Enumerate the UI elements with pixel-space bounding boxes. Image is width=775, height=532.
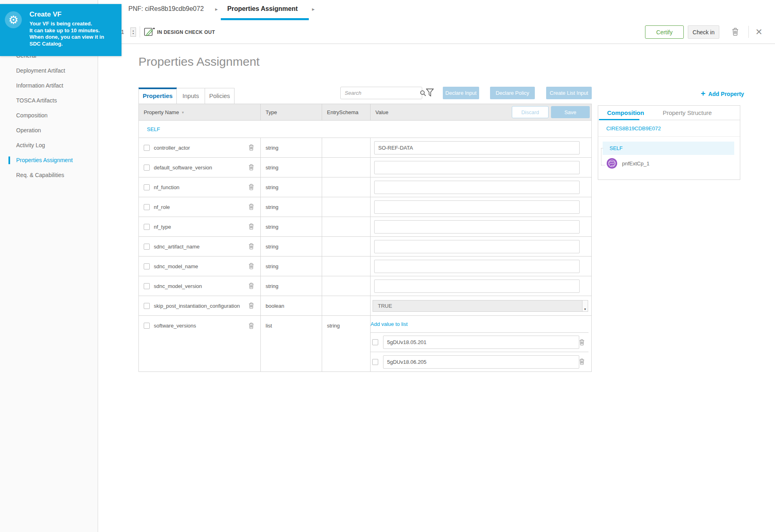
close-icon[interactable]: × — [756, 24, 762, 40]
group-row-self[interactable]: SELF — [138, 121, 592, 138]
sidebar-item-operation[interactable]: Operation — [0, 123, 98, 138]
table-row: skip_post_instantiation_configuration bo… — [138, 296, 592, 316]
property-type: string — [266, 145, 279, 151]
breadcrumb-current-tab[interactable]: Properties Assignment — [227, 5, 298, 13]
discard-button[interactable]: Discard — [512, 106, 549, 118]
stepper-up-icon[interactable]: ▴ — [132, 29, 134, 32]
declare-policy-button[interactable]: Declare Policy — [490, 87, 535, 99]
property-value-input[interactable] — [374, 200, 580, 214]
delete-property-icon[interactable] — [249, 263, 254, 269]
property-value-input[interactable] — [374, 240, 580, 253]
property-name: nf_type — [154, 224, 171, 230]
property-value-input[interactable] — [374, 280, 580, 293]
delete-icon[interactable] — [732, 28, 739, 38]
property-value-input[interactable] — [374, 141, 580, 154]
property-type: string — [266, 224, 279, 230]
list-value-checkbox[interactable] — [372, 359, 378, 365]
tree-connector-line — [601, 148, 601, 165]
row-checkbox[interactable] — [144, 303, 150, 309]
delete-property-icon[interactable] — [249, 323, 254, 329]
table-row: nf_type string — [138, 217, 592, 237]
delete-property-icon[interactable] — [249, 164, 254, 171]
tab-property-structure[interactable]: Property Structure — [663, 109, 712, 116]
add-value-to-list-link[interactable]: Add value to list — [371, 321, 408, 327]
delete-list-value-icon[interactable] — [579, 359, 584, 365]
header-label: EntrySchema — [327, 109, 358, 115]
tree-node-self[interactable]: SELF — [603, 142, 734, 155]
sidebar-item-label: Deployment Artifact — [16, 67, 65, 74]
stepper-down-icon[interactable]: ▾ — [132, 32, 134, 35]
save-button[interactable]: Save — [551, 106, 590, 118]
sidebar-item-activity-log[interactable]: Activity Log — [0, 138, 98, 153]
certify-button[interactable]: Certify — [645, 25, 684, 39]
property-value-input[interactable] — [374, 181, 580, 194]
list-value-checkbox[interactable] — [372, 339, 378, 345]
version-stepper[interactable]: ▴ ▾ — [130, 27, 136, 37]
sidebar-item-req-capabilities[interactable]: Req. & Capabilities — [0, 168, 98, 183]
delete-property-icon[interactable] — [249, 283, 254, 289]
row-checkbox[interactable] — [144, 204, 150, 210]
delete-property-icon[interactable] — [249, 184, 254, 190]
property-name: default_software_version — [154, 165, 212, 171]
boolean-value-select[interactable]: TRUE ▼ — [373, 300, 588, 312]
property-value-input[interactable] — [374, 220, 580, 234]
search-input[interactable] — [341, 90, 420, 96]
row-checkbox[interactable] — [144, 145, 150, 151]
sidebar-nav: General Deployment Artifact Information … — [0, 48, 98, 183]
create-vf-toast[interactable]: ⚙ Create VF Your VF is being created. It… — [0, 4, 121, 56]
property-name: sdnc_model_version — [154, 283, 202, 289]
table-row: sdnc_model_version string — [138, 276, 592, 296]
delete-property-icon[interactable] — [249, 243, 254, 250]
toast-line: Your VF is being created. — [29, 21, 104, 27]
tab-inputs[interactable]: Inputs — [177, 88, 205, 104]
sidebar-item-composition[interactable]: Composition — [0, 108, 98, 123]
breadcrumb-parent-tab[interactable]: PNF: ciRes8b19cdb9e072 — [128, 5, 204, 13]
select-arrow-icon[interactable]: ▼ — [582, 300, 588, 311]
sidebar-item-tosca-artifacts[interactable]: TOSCA Artifacts — [0, 93, 98, 108]
row-checkbox[interactable] — [144, 244, 150, 250]
delete-list-value-icon[interactable] — [579, 339, 584, 346]
delete-property-icon[interactable] — [249, 204, 254, 210]
tree-node-pnfextcp[interactable]: pnfExtCp_1 — [598, 155, 740, 172]
list-value-input[interactable] — [383, 355, 579, 369]
sidebar-item-label: Properties Assignment — [16, 157, 73, 163]
tab-composition[interactable]: Composition — [607, 109, 644, 116]
sidebar-item-deployment-artifact[interactable]: Deployment Artifact — [0, 63, 98, 78]
row-checkbox[interactable] — [144, 224, 150, 230]
plus-icon: + — [701, 89, 706, 98]
sidebar-item-label: TOSCA Artifacts — [16, 97, 57, 104]
delete-property-icon[interactable] — [249, 303, 254, 309]
filter-icon[interactable] — [426, 88, 434, 98]
sidebar-item-information-artifact[interactable]: Information Artifact — [0, 78, 98, 93]
property-value-input[interactable] — [374, 260, 580, 273]
property-type: string — [266, 244, 279, 250]
check-in-button[interactable]: Check in — [688, 25, 719, 39]
delete-property-icon[interactable] — [249, 223, 254, 230]
sort-caret-icon[interactable]: ▾ — [182, 110, 184, 115]
search-icon[interactable] — [420, 90, 426, 96]
row-checkbox[interactable] — [144, 323, 150, 329]
declare-input-button[interactable]: Declare Input — [443, 87, 479, 99]
selected-value: TRUE — [373, 303, 392, 309]
tab-properties[interactable]: Properties — [138, 88, 177, 104]
toast-line: It can take up to 10 minutes. — [29, 27, 104, 34]
column-header-property-name[interactable]: Property Name ▾ — [139, 104, 261, 120]
tab-policies[interactable]: Policies — [205, 88, 235, 104]
search-box — [340, 87, 422, 99]
properties-tabs: Properties Inputs Policies — [138, 88, 235, 104]
add-property-button[interactable]: + Add Property — [701, 89, 744, 98]
column-header-type: Type — [261, 104, 322, 120]
create-list-input-button[interactable]: Create List Input — [546, 87, 592, 99]
row-checkbox[interactable] — [144, 283, 150, 289]
table-row: default_software_version string — [138, 158, 592, 177]
row-checkbox[interactable] — [144, 184, 150, 190]
delete-property-icon[interactable] — [249, 144, 254, 151]
list-value-input[interactable] — [383, 336, 579, 349]
sidebar-item-label: Information Artifact — [16, 82, 63, 89]
row-checkbox[interactable] — [144, 165, 150, 171]
property-type: boolean — [266, 303, 284, 309]
row-checkbox[interactable] — [144, 263, 150, 269]
property-value-input[interactable] — [374, 161, 580, 174]
composition-root-node[interactable]: CIRES8B19CDB9E072 — [598, 120, 740, 137]
sidebar-item-properties-assignment[interactable]: Properties Assignment — [0, 153, 98, 168]
